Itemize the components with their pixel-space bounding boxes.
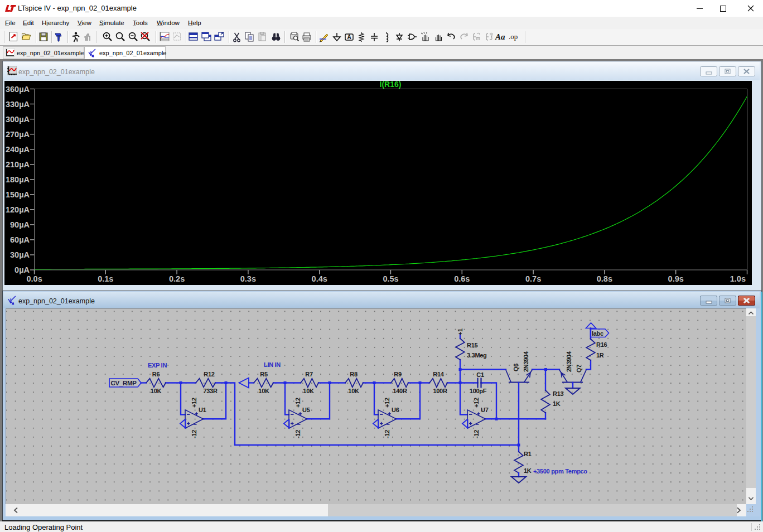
svg-text:LIN IN: LIN IN (264, 361, 281, 368)
svg-text:60µA: 60µA (10, 235, 30, 244)
svg-text:R5: R5 (260, 371, 268, 378)
svg-text:1K: 1K (553, 400, 561, 407)
svg-text:0µA: 0µA (15, 265, 30, 274)
svg-text:+1: +1 (457, 328, 463, 335)
svg-text:2N3904: 2N3904 (566, 351, 572, 372)
svg-text:+12: +12 (384, 398, 390, 408)
svg-text:0.2s: 0.2s (169, 274, 185, 283)
svg-text:1.0s: 1.0s (730, 274, 746, 283)
svg-text:140R: 140R (393, 388, 407, 394)
svg-text:100pF: 100pF (470, 388, 487, 394)
svg-text:1R: 1R (596, 352, 604, 359)
svg-text:10K: 10K (348, 388, 359, 394)
svg-text:0.9s: 0.9s (668, 274, 684, 283)
svg-text:330µA: 330µA (6, 100, 30, 109)
svg-text:733R: 733R (203, 388, 217, 394)
svg-text:0.5s: 0.5s (383, 274, 398, 283)
svg-text:-12: -12 (473, 430, 480, 438)
svg-text:240µA: 240µA (6, 145, 30, 154)
svg-text:10K: 10K (258, 388, 269, 394)
svg-text:U6: U6 (392, 407, 399, 413)
svg-text:I(R16): I(R16) (380, 81, 402, 89)
svg-text:R6: R6 (152, 371, 160, 378)
svg-text:0.7s: 0.7s (525, 274, 541, 283)
svg-text:Iabc: Iabc (592, 330, 603, 337)
svg-text:-12: -12 (384, 430, 390, 438)
svg-text:U1: U1 (199, 407, 206, 413)
svg-text:30µA: 30µA (10, 250, 30, 259)
svg-text:Aa: Aa (495, 32, 505, 41)
svg-text:210µA: 210µA (6, 160, 30, 169)
svg-text:R12: R12 (204, 371, 214, 378)
svg-text:A: A (347, 34, 351, 40)
svg-text:+3500 ppm Tempco: +3500 ppm Tempco (533, 468, 587, 475)
svg-text:0.0s: 0.0s (27, 274, 42, 283)
svg-text:R15: R15 (467, 342, 477, 349)
svg-text:R8: R8 (350, 371, 358, 378)
svg-text:360µA: 360µA (6, 85, 30, 94)
svg-text:.op: .op (509, 32, 518, 41)
svg-text:150µA: 150µA (6, 190, 30, 199)
svg-text:180µA: 180µA (6, 175, 30, 184)
svg-text:300µA: 300µA (6, 115, 30, 124)
svg-text:3.3Meg: 3.3Meg (467, 352, 487, 359)
svg-text:EXP IN: EXP IN (148, 362, 167, 369)
svg-text:+12: +12 (191, 398, 197, 408)
svg-text:0.8s: 0.8s (597, 274, 612, 283)
svg-text:R9: R9 (394, 371, 402, 378)
svg-text:+12: +12 (294, 398, 301, 408)
svg-text:Q7: Q7 (576, 365, 582, 373)
svg-text:R16: R16 (596, 341, 607, 348)
svg-text:-12: -12 (294, 430, 301, 438)
svg-text:10K: 10K (151, 388, 162, 394)
svg-text:0.6s: 0.6s (454, 274, 470, 283)
svg-text:270µA: 270µA (6, 130, 30, 139)
svg-text:R7: R7 (305, 371, 313, 378)
svg-text:+12: +12 (473, 398, 480, 408)
svg-text:C1: C1 (476, 371, 484, 378)
svg-text:1K: 1K (524, 467, 532, 474)
svg-text:120µA: 120µA (6, 205, 30, 214)
svg-text:U7: U7 (481, 407, 489, 413)
svg-text:2N3904: 2N3904 (523, 351, 529, 372)
svg-text:90µA: 90µA (10, 220, 30, 229)
svg-text:10K: 10K (303, 388, 314, 394)
svg-text:R14: R14 (433, 371, 444, 378)
svg-text:0.1s: 0.1s (98, 274, 113, 283)
svg-text:Q6: Q6 (513, 364, 519, 371)
svg-text:CV_RMP: CV_RMP (110, 380, 137, 386)
svg-text:R13: R13 (553, 390, 563, 397)
svg-text:0.3s: 0.3s (240, 274, 256, 283)
svg-text:U5: U5 (302, 407, 310, 413)
svg-text:-12: -12 (191, 430, 197, 438)
svg-text:100R: 100R (433, 388, 447, 394)
svg-text:R1: R1 (524, 451, 532, 457)
svg-text:0.4s: 0.4s (312, 274, 327, 283)
